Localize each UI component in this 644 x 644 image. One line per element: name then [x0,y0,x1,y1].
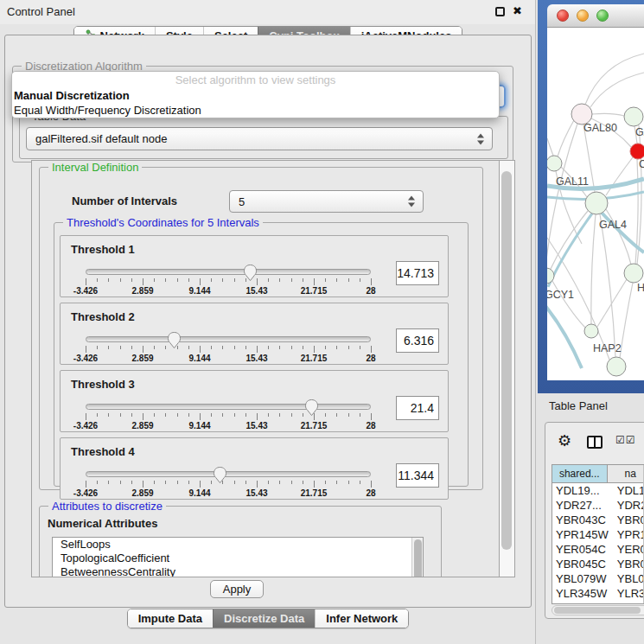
table-cell[interactable]: YPR145W [552,527,612,542]
table-row[interactable]: YBL079WYBL0 [552,571,644,586]
slider-thumb[interactable] [167,331,182,349]
tick-mark [336,346,337,349]
tick-mark [154,481,155,484]
table-cell[interactable]: YBR0 [612,513,644,527]
table-row[interactable]: YLR345WYLR3 [552,586,644,601]
threshold-slider[interactable]: -3.4262.8599.14415.4321.71528 [86,335,371,364]
tick-mark [371,481,372,488]
slider-track[interactable] [86,471,371,477]
dropdown-option-equal-width-frequency[interactable]: Equal Width/Frequency Discretization [12,103,499,118]
minimize-traffic-light-icon[interactable] [577,10,589,22]
table-row[interactable]: YER054CYER0 [552,542,644,557]
column-header-na[interactable]: na [608,465,644,483]
float-window-icon[interactable] [495,7,505,16]
network-edge[interactable] [547,138,553,156]
network-canvas[interactable]: GAL80GACGAL11GAL4GCY1HHAP2 [547,28,644,380]
network-edge[interactable] [597,279,627,327]
number-of-intervals-combobox[interactable]: 5 [229,190,424,213]
slider-track[interactable] [86,404,371,410]
tab-discretize-data[interactable]: Discretize Data [213,609,315,628]
table-cell[interactable]: YDL1 [612,483,644,498]
slider-track[interactable] [86,269,371,275]
scrollbar-thumb[interactable] [554,607,641,614]
table-row[interactable]: YPR145WYPR1 [552,527,644,542]
gear-icon[interactable]: ⚙ [558,433,571,449]
slider-thumb[interactable] [304,399,319,417]
apply-button[interactable]: Apply [210,580,264,598]
table-cell[interactable]: YER054C [552,542,612,557]
table-cell[interactable]: YBR0 [612,557,644,571]
network-edge[interactable] [551,211,588,269]
checkbox-checked-icons[interactable]: ☑☑ [615,434,636,446]
tab-impute-data[interactable]: Impute Data [128,609,213,628]
table-row[interactable]: YBR045CYBR0 [552,557,644,571]
network-node[interactable] [624,264,643,283]
table-row[interactable]: YDR27...YDR2 [552,498,644,513]
table-cell[interactable]: YIL0 [612,601,644,604]
network-edge[interactable] [600,214,615,357]
threshold-slider[interactable]: -3.4262.8599.14415.4321.71528 [86,469,371,499]
network-edge[interactable] [592,113,624,116]
network-node[interactable] [584,324,598,338]
table-cell[interactable]: YDR27... [552,498,612,513]
threshold-slider[interactable]: -3.4262.8599.14415.4321.71528 [86,402,371,431]
spinner-icon[interactable] [477,133,485,144]
threshold-value-input[interactable] [396,328,439,353]
list-scrollbar[interactable] [411,538,423,577]
scrollbar-thumb[interactable] [414,539,422,577]
network-edge[interactable] [547,306,582,368]
threshold-value-input[interactable] [396,396,439,420]
network-node[interactable] [624,107,643,126]
table-cell[interactable]: YLR345W [552,586,612,601]
network-edge[interactable] [558,120,574,156]
table-cell[interactable]: YBR045C [552,557,612,571]
list-item[interactable]: SelfLoops [53,538,423,552]
zoom-traffic-light-icon[interactable] [596,10,609,22]
column-header-shared-[interactable]: shared... [552,465,608,483]
threshold-value-input[interactable] [396,463,439,488]
table-data-combobox[interactable]: galFiltered.sif default node [26,127,493,150]
network-node[interactable] [630,143,644,159]
network-edge[interactable] [606,157,633,195]
table-row[interactable]: YBR043CYBR0 [552,513,644,527]
dropdown-option-manual-discretization[interactable]: Manual Discretization [12,88,499,103]
table-row[interactable]: YDL19...YDL1 [552,483,644,498]
network-edge[interactable] [547,124,577,267]
table-cell[interactable]: YDL19... [552,483,612,498]
table-cell[interactable]: YBL0 [612,571,644,586]
close-icon[interactable]: ✖ [513,4,522,17]
network-node[interactable] [607,357,626,376]
dropdown-prompt-item[interactable]: Select algorithm to view settings [12,72,499,88]
slider-thumb[interactable] [243,264,258,282]
network-edge[interactable] [590,73,644,107]
close-traffic-light-icon[interactable] [557,10,569,22]
table-row[interactable]: YIL052CYIL0 [552,601,644,604]
network-node[interactable] [547,156,562,171]
split-columns-icon[interactable] [587,436,603,449]
table-cell[interactable]: YDR2 [612,498,644,513]
spinner-icon[interactable] [408,196,416,207]
settings-vertical-scrollbar[interactable] [500,160,515,577]
network-edge[interactable] [548,214,592,287]
list-item[interactable]: TopologicalCoefficient [53,552,423,565]
table-horizontal-scrollbar[interactable] [552,605,644,615]
table-cell[interactable]: YLR3 [612,586,644,601]
slider-thumb[interactable] [213,466,227,484]
threshold-value-input[interactable] [396,261,439,285]
network-edge[interactable] [591,214,596,324]
slider-track[interactable] [86,336,371,342]
network-node[interactable] [585,192,608,214]
table-cell[interactable]: YIL052C [552,601,612,604]
threshold-slider[interactable]: -3.4262.8599.14415.4321.71528 [86,267,371,296]
tab-infer-network[interactable]: Infer Network [315,609,408,628]
network-edge[interactable] [620,283,633,358]
network-window-titlebar[interactable] [547,4,644,28]
table-cell[interactable]: YBL079W [552,571,612,586]
table-cell[interactable]: YPR1 [612,527,644,542]
table-cell[interactable]: YER0 [612,542,644,557]
list-item[interactable]: BetweennessCentrality [53,565,423,577]
scrollbar-thumb[interactable] [501,171,512,550]
table-cell[interactable]: YBR043C [552,513,612,527]
numerical-attributes-list[interactable]: SelfLoopsTopologicalCoefficientBetweenne… [52,537,424,577]
network-edge[interactable] [585,54,644,105]
